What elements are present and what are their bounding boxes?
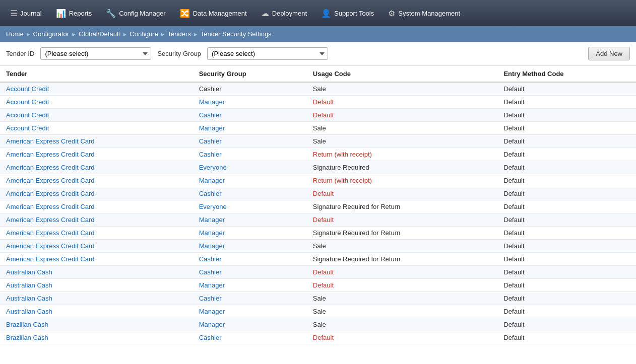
cell-security-group[interactable]: Cashier	[193, 109, 307, 122]
cell-entry-method-code: Default	[497, 135, 636, 148]
table-row: American Express Credit CardCashierRetur…	[0, 148, 636, 161]
cell-security-group[interactable]: Manager	[193, 240, 307, 253]
reports-icon: 📊	[56, 9, 66, 18]
cell-entry-method-code: Default	[497, 82, 636, 96]
cell-entry-method-code: Default	[497, 318, 636, 331]
cell-security-group[interactable]: Manager	[193, 227, 307, 240]
cell-tender[interactable]: Account Credit	[0, 122, 193, 135]
cell-entry-method-code: Default	[497, 96, 636, 109]
cell-security-group[interactable]: Cashier	[193, 253, 307, 266]
cell-entry-method-code: Default	[497, 279, 636, 292]
cell-usage-code[interactable]: Default	[307, 266, 498, 279]
cell-usage-code[interactable]: Default	[307, 213, 498, 227]
cell-tender[interactable]: Account Credit	[0, 82, 193, 96]
cell-usage-code[interactable]: Return (with receipt)	[307, 174, 498, 187]
cell-usage-code[interactable]: Default	[307, 109, 498, 122]
nav-item-data-management[interactable]: 🔀Data Management	[174, 6, 253, 21]
cell-security-group: Cashier	[193, 82, 307, 96]
reports-label: Reports	[69, 10, 92, 17]
add-new-button[interactable]: Add New	[588, 47, 630, 60]
cell-entry-method-code: Default	[497, 200, 636, 213]
table-row: American Express Credit CardManagerRetur…	[0, 174, 636, 187]
table-row: American Express Credit CardCashierDefau…	[0, 187, 636, 200]
cell-security-group[interactable]: Manager	[193, 96, 307, 109]
nav-item-journal[interactable]: ☰Journal	[4, 6, 48, 21]
system-management-icon: ⚙	[388, 9, 395, 18]
cell-tender[interactable]: Australian Cash	[0, 266, 193, 279]
breadcrumb-separator: ►	[193, 31, 199, 37]
cell-usage-code[interactable]: Default	[307, 331, 498, 344]
cell-security-group[interactable]: Cashier	[193, 266, 307, 279]
config-manager-label: Config Manager	[119, 10, 166, 17]
cell-tender[interactable]: American Express Credit Card	[0, 253, 193, 266]
table-row: American Express Credit CardEveryoneSign…	[0, 161, 636, 174]
breadcrumb-item-5: Tender Security Settings	[201, 30, 272, 38]
cell-security-group[interactable]: Cashier	[193, 135, 307, 148]
cell-usage-code: Sale	[307, 82, 498, 96]
cell-tender[interactable]: American Express Credit Card	[0, 148, 193, 161]
cell-tender[interactable]: Australian Cash	[0, 305, 193, 318]
cell-usage-code: Sale	[307, 305, 498, 318]
cell-tender[interactable]: American Express Credit Card	[0, 187, 193, 200]
cell-security-group[interactable]: Cashier	[193, 331, 307, 344]
cell-usage-code[interactable]: Default	[307, 96, 498, 109]
cell-security-group[interactable]: Cashier	[193, 148, 307, 161]
tender-id-select[interactable]: (Please select)	[40, 47, 151, 60]
breadcrumb-item-4[interactable]: Tenders	[168, 30, 191, 38]
cell-usage-code: Sale	[307, 240, 498, 253]
breadcrumb-item-0[interactable]: Home	[6, 30, 24, 38]
table-row: American Express Credit CardManagerSigna…	[0, 227, 636, 240]
cell-entry-method-code: Default	[497, 331, 636, 344]
nav-item-config-manager[interactable]: 🔧Config Manager	[100, 6, 172, 21]
cell-security-group[interactable]: Everyone	[193, 161, 307, 174]
cell-usage-code[interactable]: Return (with receipt)	[307, 148, 498, 161]
cell-tender[interactable]: Brazilian Cash	[0, 318, 193, 331]
breadcrumb-separator: ►	[160, 31, 166, 37]
cell-security-group[interactable]: Manager	[193, 122, 307, 135]
cell-tender[interactable]: Account Credit	[0, 109, 193, 122]
breadcrumb-item-1[interactable]: Configurator	[33, 30, 70, 38]
security-group-select[interactable]: (Please select)	[207, 47, 328, 60]
cell-tender[interactable]: Australian Cash	[0, 292, 193, 305]
cell-security-group[interactable]: Manager	[193, 318, 307, 331]
cell-security-group[interactable]: Cashier	[193, 187, 307, 200]
cell-usage-code: Signature Required for Return	[307, 227, 498, 240]
cell-security-group[interactable]: Manager	[193, 279, 307, 292]
cell-entry-method-code: Default	[497, 122, 636, 135]
col-header-entry-method-code: Entry Method Code	[497, 66, 636, 82]
table-row: Account CreditManagerDefaultDefault	[0, 96, 636, 109]
nav-item-support-tools[interactable]: 👤Support Tools	[315, 6, 380, 21]
cell-tender[interactable]: American Express Credit Card	[0, 213, 193, 227]
cell-security-group[interactable]: Manager	[193, 213, 307, 227]
cell-tender[interactable]: American Express Credit Card	[0, 227, 193, 240]
cell-usage-code: Signature Required for Return	[307, 253, 498, 266]
table-row: Account CreditManagerSaleDefault	[0, 122, 636, 135]
breadcrumb-item-3[interactable]: Configure	[130, 30, 158, 38]
data-management-icon: 🔀	[180, 9, 190, 18]
cell-tender[interactable]: Brazilian Cash	[0, 331, 193, 344]
nav-item-system-management[interactable]: ⚙System Management	[382, 6, 466, 21]
cell-tender[interactable]: Account Credit	[0, 96, 193, 109]
cell-tender[interactable]: American Express Credit Card	[0, 240, 193, 253]
cell-security-group[interactable]: Cashier	[193, 292, 307, 305]
breadcrumb-item-2[interactable]: Global/Default	[79, 30, 120, 38]
cell-tender[interactable]: American Express Credit Card	[0, 135, 193, 148]
col-header-usage-code: Usage Code	[307, 66, 498, 82]
data-management-label: Data Management	[193, 10, 247, 17]
cell-security-group[interactable]: Manager	[193, 174, 307, 187]
table-row: Australian CashCashierDefaultDefault	[0, 266, 636, 279]
cell-security-group[interactable]: Everyone	[193, 200, 307, 213]
table-row: Australian CashManagerDefaultDefault	[0, 279, 636, 292]
cell-tender[interactable]: American Express Credit Card	[0, 161, 193, 174]
cell-tender[interactable]: American Express Credit Card	[0, 174, 193, 187]
cell-tender[interactable]: American Express Credit Card	[0, 200, 193, 213]
cell-usage-code[interactable]: Default	[307, 279, 498, 292]
cell-usage-code[interactable]: Default	[307, 187, 498, 200]
cell-tender[interactable]: Australian Cash	[0, 279, 193, 292]
nav-item-reports[interactable]: 📊Reports	[50, 6, 98, 21]
top-navigation: ☰Journal📊Reports🔧Config Manager🔀Data Man…	[0, 0, 636, 26]
cell-usage-code: Sale	[307, 135, 498, 148]
nav-item-deployment[interactable]: ☁Deployment	[255, 6, 313, 21]
col-header-security-group: Security Group	[193, 66, 307, 82]
cell-security-group[interactable]: Manager	[193, 305, 307, 318]
